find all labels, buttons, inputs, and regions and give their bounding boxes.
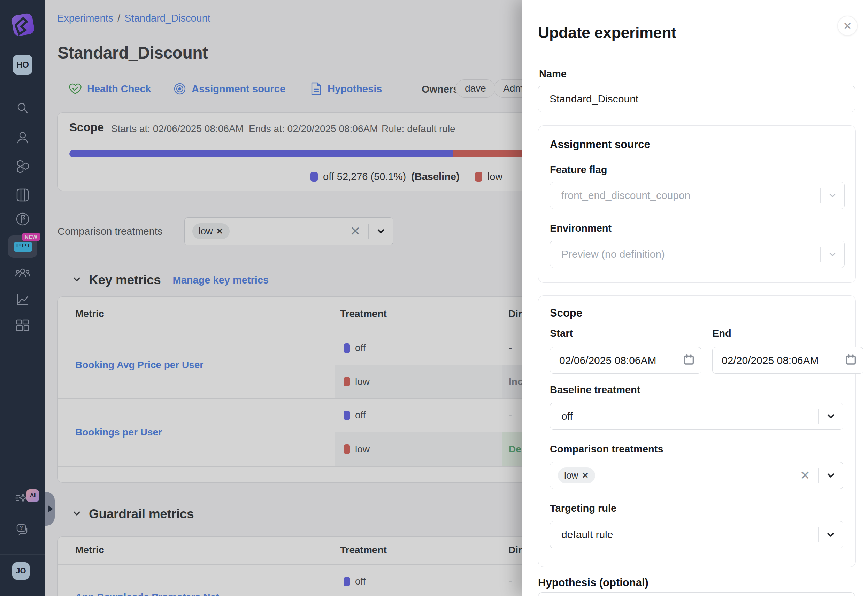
comparison-treatments-select[interactable]: low ✕ ✕ — [550, 462, 843, 489]
drawer-title: Update experiment — [538, 24, 676, 42]
chip-remove-icon[interactable]: ✕ — [582, 471, 589, 480]
close-icon[interactable]: ✕ — [837, 16, 858, 36]
baseline-treatment-label: Baseline treatment — [550, 384, 641, 396]
update-experiment-drawer: ✕ Update experiment Name Standard_Discou… — [523, 0, 868, 596]
hypothesis-heading: Hypothesis (optional) — [538, 577, 648, 589]
calendar-icon[interactable] — [844, 353, 857, 368]
targeting-rule-value: default rule — [561, 529, 613, 541]
assignment-source-card: Assignment source Feature flag front_end… — [538, 125, 856, 283]
calendar-icon[interactable] — [682, 353, 695, 368]
targeting-rule-label: Targeting rule — [550, 503, 616, 514]
clear-icon[interactable]: ✕ — [792, 468, 818, 483]
chevron-down-icon — [821, 190, 844, 200]
baseline-treatment-select[interactable]: off — [550, 403, 843, 430]
start-date-value: 02/06/2025 08:06AM — [559, 355, 657, 366]
chevron-down-icon — [819, 411, 843, 422]
feature-flag-value: front_end_discount_coupon — [561, 189, 690, 201]
hypothesis-textarea[interactable] — [538, 592, 855, 596]
treatment-chip-label: low — [564, 470, 579, 481]
treatment-chip[interactable]: low ✕ — [558, 468, 595, 484]
environment-select[interactable]: Preview (no definition) — [550, 241, 844, 268]
baseline-treatment-value: off — [561, 410, 573, 422]
start-label: Start — [550, 328, 573, 339]
chevron-down-icon — [819, 530, 843, 540]
targeting-rule-select[interactable]: default rule — [550, 521, 843, 548]
name-input-value: Standard_Discount — [549, 93, 638, 105]
name-input[interactable]: Standard_Discount — [538, 86, 855, 112]
end-date-input[interactable]: 02/20/2025 08:06AM — [712, 347, 864, 374]
end-label: End — [712, 328, 731, 339]
environment-value: Preview (no definition) — [561, 248, 665, 260]
chevron-down-icon — [819, 470, 843, 481]
feature-flag-label: Feature flag — [550, 164, 607, 176]
assignment-source-heading: Assignment source — [550, 138, 650, 151]
scope-card: Scope Start End 02/06/2025 08:06AM 02/20… — [538, 295, 856, 567]
environment-label: Environment — [550, 223, 611, 234]
end-date-value: 02/20/2025 08:06AM — [722, 355, 819, 366]
feature-flag-select[interactable]: front_end_discount_coupon — [550, 182, 844, 209]
start-date-input[interactable]: 02/06/2025 08:06AM — [550, 347, 701, 374]
scope-heading: Scope — [550, 307, 582, 319]
name-label: Name — [539, 68, 567, 80]
chevron-down-icon — [821, 249, 844, 259]
comparison-treatments-label: Comparison treatments — [550, 443, 663, 455]
